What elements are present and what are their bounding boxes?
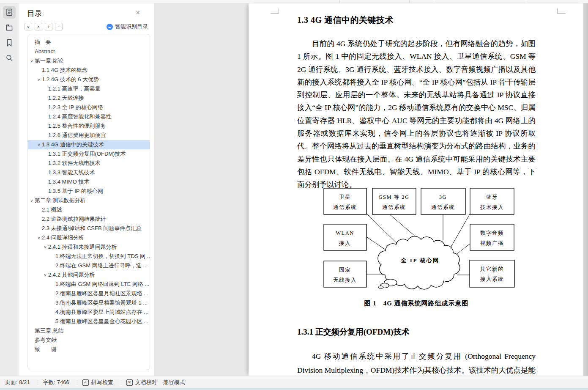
chevron-down-icon[interactable]: ∨	[42, 242, 49, 252]
figure-diagram[interactable]: 卫星 通信系统 GSM 等 2G 通信系统 3G 通信系统 蓝牙 技术接入 WL…	[319, 185, 527, 293]
toc-item[interactable]: 1.3.3 智能天线技术	[28, 168, 150, 177]
toc-item[interactable]: 1.2.2 无缝连接	[28, 93, 150, 103]
left-rail	[0, 3, 19, 376]
chevron-down-icon[interactable]: ∨	[36, 233, 43, 242]
expand-level-button[interactable]: +	[45, 23, 52, 30]
toc-item[interactable]: 5.衡南县雁峰区娄星星金心花园小区 ...	[28, 317, 150, 326]
toc-item-label: 1.3.5 基于 IP 的核心网	[48, 187, 103, 196]
toc-item[interactable]: 1.1 4G 技术的概念	[28, 66, 150, 75]
proofread-toggle[interactable]: ✕ 文档校对	[126, 379, 157, 386]
status-bar: 页面: 8/21 字数: 7466 ✓ 拼写检查 ✕ 文档校对 兼容模式	[0, 376, 588, 390]
toc-item[interactable]: 1.3.2 软件无线电技术	[28, 159, 150, 168]
figure-box-label: WLAN	[336, 230, 354, 236]
toc-item[interactable]: ∨2.4 问题详细分析	[28, 233, 150, 242]
page-indicator[interactable]: 页面: 8/21	[5, 379, 30, 386]
figure-box-label: 通信系统	[382, 204, 406, 210]
chevron-down-icon[interactable]: ∨	[36, 140, 43, 149]
subsection-heading[interactable]: 1.3.1 正交频分复用(OFDM)技术	[297, 327, 409, 338]
toolbar-strip	[0, 0, 588, 3]
toc-item[interactable]: 参考文献	[28, 335, 150, 345]
toc-item-label: 1.3.1 正交频分复用(OFDM)技术	[48, 149, 126, 159]
toc-item[interactable]: 摘 要	[28, 38, 150, 47]
check-square-icon: ✓	[82, 379, 89, 386]
toc-item[interactable]: ∨1.3 4G 通信中的关键技术	[28, 140, 150, 149]
spell-check-label: 拼写检查	[91, 379, 113, 386]
toc-item[interactable]: ∨2.4.1 掉话和未接通问题分析	[28, 242, 150, 252]
proofread-label: 文档校对	[135, 379, 157, 386]
toc-item[interactable]: ∨第一章 绪论	[28, 56, 150, 66]
chevron-down-icon[interactable]: ∨	[42, 270, 49, 280]
figure-box-label: 3G	[439, 194, 447, 200]
toc-item-label: 1.3.4 MIMO 技术	[48, 177, 90, 187]
toc-item-label: 1.3.2 软件无线电技术	[48, 159, 101, 168]
document-outline-icon	[5, 8, 14, 16]
toc-item[interactable]: 3.衡南县雁峰区娄星档案馆景观塔 1 ...	[28, 298, 150, 308]
toc-item-label: 第二章 测试数据分析	[35, 196, 86, 205]
toc-item[interactable]: 1.终端由 GSM 网络回落到 LTE 网络 ...	[28, 280, 150, 289]
toc-item[interactable]: 1.终端无法正常切换，切换到 TDS 网 ...	[28, 252, 150, 261]
toc-item-label: 致 谢	[35, 345, 57, 354]
ai-icon	[107, 24, 113, 30]
expand-all-button[interactable]: ∨	[25, 23, 32, 30]
figure-caption: 图 1 4G 通信系统网路组成示意图	[297, 299, 536, 308]
word-count[interactable]: 字数: 7466	[43, 379, 69, 386]
toc-item[interactable]: Abstract	[28, 47, 150, 56]
toc-item[interactable]: 致 谢	[28, 345, 150, 354]
bookmark-icon[interactable]	[3, 36, 16, 49]
toc-item[interactable]: 1.3.4 MIMO 技术	[28, 177, 150, 187]
toc-item-label: 1.1 4G 技术的概念	[42, 66, 88, 75]
search-icon[interactable]	[3, 52, 16, 64]
toc-item-label: 1.2.5 整合性的便利服务	[48, 121, 106, 131]
body-paragraph[interactable]: 目前的 4G 系统仍处于研究的起步阶段，但有网络融合的趋势，如图 1 所示。图 …	[297, 37, 536, 191]
toc-item[interactable]: 4.衡南县雁峰区娄星上尚城站点存在 ...	[28, 308, 150, 317]
compatibility-mode[interactable]: 兼容模式	[163, 379, 185, 386]
toc-panel-icon[interactable]	[3, 6, 16, 19]
toc-item[interactable]: 2.2 道路测试拉网结果统计	[28, 214, 150, 224]
toc-item-label: 1.2.6 通信费用更加便宜	[48, 131, 106, 140]
toc-item-label: 2.衡南县雁峰区娄星月塘社区景观塔 ...	[55, 289, 148, 298]
figure-box-label: 接入系统	[480, 276, 504, 282]
toc-item-label: 2.终端在 GSM 网络上进行寻呼，造 ...	[55, 261, 148, 270]
toc-item-label: Abstract	[35, 47, 55, 56]
toc-item[interactable]: 1.2.3 全 IP 的核心网络	[28, 103, 150, 112]
toc-item[interactable]: 2.衡南县雁峰区娄星月塘社区景观塔 ...	[28, 289, 150, 298]
close-icon[interactable]: ✕	[135, 9, 140, 16]
toc-item[interactable]: ∨2.4.2 其他问题分析	[28, 270, 150, 280]
smart-toc-button[interactable]: 智能识别目录	[107, 23, 148, 30]
figure-box-label: 固定	[339, 267, 351, 273]
collapse-all-button[interactable]: ∧	[35, 23, 42, 30]
toc-item-label: 2.2 道路测试拉网结果统计	[42, 214, 106, 224]
toc-panel-title: 目录	[27, 9, 42, 18]
document-page[interactable]: 1.3 4G 通信中的关键技术 目前的 4G 系统仍处于研究的起步阶段，但有网络…	[249, 3, 583, 376]
chevron-down-icon[interactable]: ∨	[36, 75, 43, 84]
figure-box-label: 卫星	[339, 194, 351, 200]
figure-box-label: 接入	[339, 240, 351, 246]
toc-item-label: 参考文献	[35, 335, 57, 345]
toc-item[interactable]: 1.2.6 通信费用更加便宜	[28, 131, 150, 140]
figure-box-label: 数字音频	[480, 230, 504, 236]
chevron-down-icon[interactable]: ∨	[28, 196, 36, 205]
toc-item[interactable]: ∨第二章 测试数据分析	[28, 196, 150, 205]
toc-item[interactable]: 2.3 未接通/掉话和 CSFB 问题事件点汇总	[28, 224, 150, 233]
toc-item-label: 1.终端无法正常切换，切换到 TDS 网 ...	[55, 252, 150, 261]
toc-item[interactable]: 第三章 总结	[28, 326, 150, 335]
x-square-icon: ✕	[126, 379, 133, 386]
toc-item[interactable]: 1.2.4 高度智能化和兼容性	[28, 112, 150, 121]
toc-item[interactable]: 1.2.1 高速率，高容量	[28, 84, 150, 93]
folder-flag-icon	[5, 23, 14, 32]
margin-corner-mark	[271, 8, 279, 14]
section-heading[interactable]: 1.3 4G 通信中的关键技术	[297, 14, 394, 26]
collapse-level-button[interactable]: −	[55, 23, 63, 30]
toc-item[interactable]: 2.终端在 GSM 网络上进行寻呼，造 ...	[28, 261, 150, 270]
toc-item[interactable]: ∨1.2 4G 技术的 6 大优势	[28, 75, 150, 84]
navigation-icon[interactable]	[3, 21, 16, 34]
toc-item[interactable]: 1.3.5 基于 IP 的核心网	[28, 187, 150, 196]
spell-check-toggle[interactable]: ✓ 拼写检查	[82, 379, 113, 386]
toc-item[interactable]: 1.2.5 整合性的便利服务	[28, 121, 150, 131]
chevron-down-icon[interactable]: ∨	[28, 56, 36, 66]
toc-item[interactable]: 1.3.1 正交频分复用(OFDM)技术	[28, 149, 150, 159]
toc-item-label: 2.4.1 掉话和未接通问题分析	[48, 242, 117, 252]
toc-item[interactable]: 2.1 概述	[28, 205, 150, 214]
figure-box-label: 无线接入	[333, 277, 357, 283]
scrollbar-track[interactable]	[583, 3, 588, 376]
